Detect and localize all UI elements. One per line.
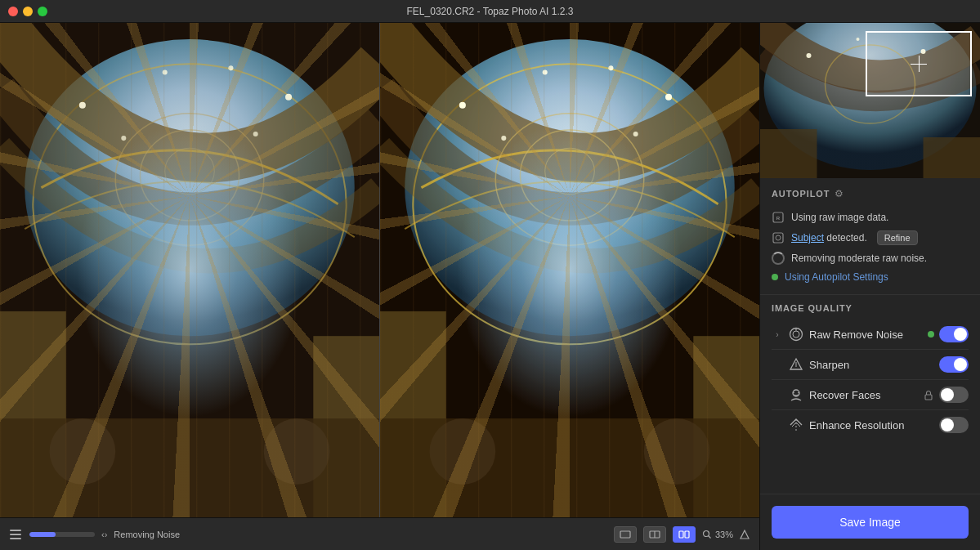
remove-noise-icon (788, 326, 804, 342)
progress-bar-fill (29, 532, 56, 537)
gear-icon[interactable]: ⚙ (835, 188, 846, 199)
sidebar-content: AUTOPILOT ⚙ R Using raw image data. (760, 178, 980, 494)
save-button[interactable]: Save Image (772, 506, 969, 539)
svg-point-27 (633, 132, 638, 136)
titlebar: FEL_0320.CR2 - Topaz Photo AI 1.2.3 (0, 0, 980, 23)
svg-point-47 (807, 53, 812, 58)
after-image (380, 23, 759, 517)
svg-point-5 (79, 102, 86, 109)
svg-point-39 (703, 530, 709, 536)
main-layout: ‹› Removing Noise (0, 23, 980, 550)
noise-removing-icon (772, 252, 785, 265)
autopilot-settings-text[interactable]: Using Autopilot Settings (785, 271, 888, 283)
raw-remove-noise-row: › Raw Remove Noise (772, 320, 969, 350)
zoom-expand-icon[interactable] (740, 530, 750, 539)
single-view-button[interactable] (614, 526, 637, 543)
thumbnail-viewport[interactable] (866, 31, 972, 96)
autopilot-row-1: R Using raw image data. (772, 208, 969, 227)
raw-noise-active-dot (928, 331, 934, 338)
enhance-resolution-label: Enhance Resolution (809, 419, 934, 432)
svg-rect-21 (693, 336, 759, 517)
autopilot-section: AUTOPILOT ⚙ R Using raw image data. (760, 178, 980, 295)
before-image (0, 23, 379, 517)
svg-rect-38 (685, 531, 689, 538)
svg-rect-62 (925, 395, 932, 400)
svg-rect-0 (0, 23, 379, 517)
svg-rect-4 (313, 336, 379, 517)
crosshair (911, 56, 927, 72)
sharpen-icon (788, 356, 804, 373)
chevron-icon[interactable]: › (772, 329, 783, 340)
window-title: FEL_0320.CR2 - Topaz Photo AI 1.2.3 (407, 6, 574, 17)
svg-rect-17 (380, 23, 759, 517)
recover-faces-row: Recover Faces (772, 380, 969, 410)
status-left: ‹› Removing Noise (10, 528, 180, 541)
svg-point-10 (253, 132, 258, 136)
svg-point-18 (405, 39, 734, 336)
svg-line-40 (708, 535, 710, 538)
svg-marker-41 (741, 530, 749, 539)
raw-remove-noise-label: Raw Remove Noise (809, 329, 923, 341)
image-panels (0, 23, 759, 517)
autopilot-row-2: Subject detected. Refine (772, 227, 969, 248)
enhance-resolution-row: Enhance Resolution (772, 410, 969, 440)
svg-point-13 (165, 148, 215, 194)
svg-rect-20 (380, 311, 446, 517)
svg-point-9 (121, 136, 126, 141)
svg-point-12 (140, 130, 239, 221)
minimize-button[interactable] (23, 7, 33, 16)
svg-point-30 (545, 148, 595, 194)
thumbnail-area (760, 23, 980, 178)
svg-rect-37 (679, 531, 683, 538)
save-area: Save Image (760, 494, 980, 550)
status-text: Removing Noise (114, 530, 180, 539)
svg-point-22 (459, 102, 466, 109)
raw-remove-noise-toggle[interactable] (939, 326, 969, 342)
svg-point-16 (264, 418, 330, 485)
zoom-area: 33% (702, 530, 733, 539)
svg-point-60 (793, 392, 794, 394)
svg-point-24 (543, 69, 548, 74)
refine-button[interactable]: Refine (877, 230, 918, 245)
svg-point-19 (413, 64, 726, 344)
svg-point-7 (163, 69, 168, 74)
svg-rect-45 (924, 137, 981, 178)
maximize-button[interactable] (38, 7, 47, 16)
svg-point-29 (520, 130, 619, 221)
side-by-side-view-button[interactable] (673, 526, 696, 543)
svg-rect-31 (380, 418, 759, 517)
svg-point-53 (776, 235, 781, 240)
split-view-button[interactable] (643, 526, 666, 543)
svg-point-1 (25, 39, 354, 336)
active-dot (772, 274, 778, 280)
sidebar: AUTOPILOT ⚙ R Using raw image data. (759, 23, 980, 550)
before-panel (0, 23, 379, 517)
traffic-lights (8, 7, 47, 16)
progress-bar-container (29, 532, 95, 537)
svg-rect-14 (0, 418, 379, 517)
subject-link[interactable]: Subject (791, 232, 824, 244)
svg-point-33 (644, 418, 710, 485)
svg-point-6 (285, 94, 292, 101)
svg-point-61 (798, 392, 799, 394)
svg-point-8 (228, 65, 233, 70)
close-button[interactable] (8, 7, 18, 16)
autopilot-row-4: Using Autopilot Settings (772, 268, 969, 284)
svg-point-26 (501, 136, 506, 141)
sharpen-toggle[interactable] (939, 356, 969, 373)
svg-rect-44 (760, 129, 817, 178)
autopilot-header: AUTOPILOT ⚙ (772, 188, 969, 199)
recover-faces-toggle[interactable] (939, 387, 969, 403)
menu-icon[interactable] (10, 528, 23, 541)
subject-icon (772, 231, 785, 244)
image-area: ‹› Removing Noise (0, 23, 759, 550)
quality-section: IMAGE QUALITY › Raw Remove Noise (760, 295, 980, 448)
lock-icon (923, 389, 934, 400)
autopilot-row-3: Removing moderate raw noise. (772, 248, 969, 268)
raw-icon: R (772, 211, 785, 224)
enhance-resolution-toggle[interactable] (939, 417, 969, 433)
svg-rect-52 (773, 233, 783, 243)
quality-title: IMAGE QUALITY (772, 303, 969, 313)
svg-point-32 (430, 418, 496, 485)
enhance-resolution-icon (788, 417, 804, 433)
